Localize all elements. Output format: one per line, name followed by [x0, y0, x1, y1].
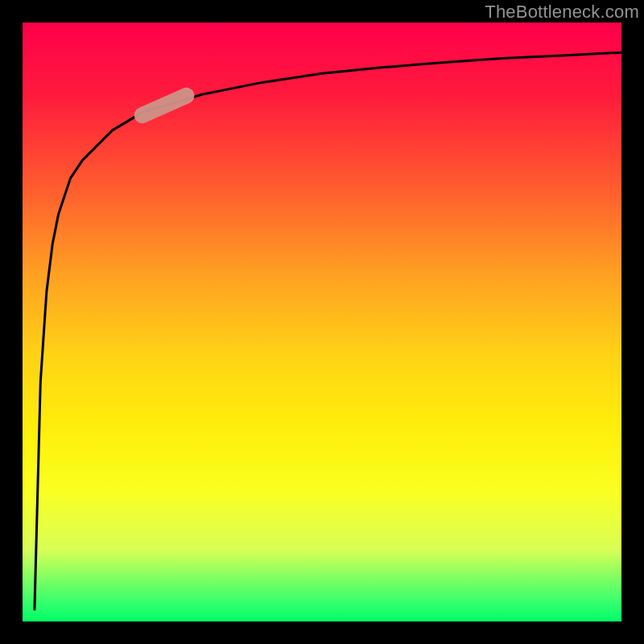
bottleneck-curve [23, 23, 621, 621]
watermark-label: TheBottleneck.com [485, 2, 639, 23]
chart-frame: TheBottleneck.com [0, 0, 644, 644]
plot-area [23, 23, 621, 621]
